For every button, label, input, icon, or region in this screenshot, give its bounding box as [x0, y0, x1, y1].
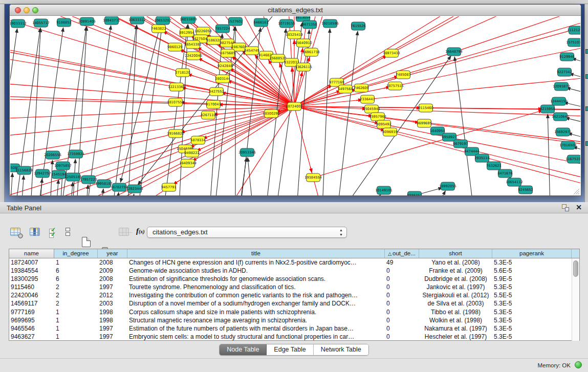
graph-node-selected[interactable]: 5878334	[190, 136, 205, 144]
table-row[interactable]: 946554611997Estimation of the future num…	[9, 324, 579, 333]
graph-node-selected[interactable]: 16973433	[383, 49, 400, 57]
graph-node-selected[interactable]: 8454749	[244, 47, 259, 55]
graph-node-selected[interactable]: 2336441	[360, 95, 375, 103]
graph-node[interactable]: 9245652	[518, 186, 533, 194]
column-header-out_degree[interactable]: △out_de...	[385, 249, 419, 258]
table-row[interactable]: 1830029562008Estimation of significance …	[9, 275, 579, 283]
graph-node-selected[interactable]: 7485083	[396, 71, 410, 79]
column-header-pagerank[interactable]: pagerank	[492, 249, 572, 258]
graph-node[interactable]: 15692971	[554, 128, 572, 136]
graph-node-selected[interactable]: 18325419	[286, 31, 303, 39]
graph-node[interactable]: 11121297	[567, 26, 580, 34]
table-row[interactable]: 1872400712008Changes of HCN gene express…	[9, 258, 579, 267]
graph-node-selected[interactable]: 9242848	[217, 62, 232, 70]
graph-node-selected[interactable]: 15957968	[369, 113, 386, 121]
graph-node-selected[interactable]: 9457791	[161, 183, 176, 191]
row-options-button[interactable]	[66, 228, 70, 237]
graph-node-selected[interactable]: 9860129	[167, 43, 182, 51]
graph-node-selected[interactable]: 8186328	[206, 36, 221, 45]
graph-node-selected[interactable]: 22420046	[185, 52, 202, 60]
graph-node[interactable]: 8471676	[497, 169, 512, 178]
graph-node-selected[interactable]: 15045943	[363, 105, 380, 113]
graph-node-selected[interactable]: 18757515	[386, 82, 404, 90]
tab-network-table[interactable]: Network Table	[314, 344, 368, 355]
show-columns-button[interactable]	[30, 228, 40, 236]
graph-node-selected[interactable]: 12213363	[168, 83, 185, 91]
graph-node-selected[interactable]: 7463822	[151, 25, 166, 33]
graph-node[interactable]: 1527602	[228, 17, 243, 26]
graph-node-selected[interactable]: 18107554	[167, 98, 184, 106]
graph-node[interactable]: 17016504	[559, 141, 577, 149]
graph-node[interactable]: 17957223	[80, 176, 97, 184]
graph-node[interactable]: 10149101	[375, 186, 393, 194]
graph-node-selected[interactable]: 8267110	[201, 111, 215, 119]
graph-node[interactable]: 18943731	[103, 16, 120, 25]
graph-node-selected[interactable]: 8096935	[382, 128, 397, 136]
graph-node[interactable]: 18992055	[439, 182, 456, 190]
column-header-year[interactable]: year	[98, 249, 127, 258]
column-header-in_degree[interactable]: in_degree	[54, 249, 98, 258]
graph-node[interactable]: 10654112	[506, 178, 523, 186]
graph-node[interactable]: 12444159	[550, 97, 568, 105]
graph-node-selected[interactable]: 8095492	[376, 120, 391, 128]
graph-node[interactable]: 9886352	[407, 191, 422, 195]
graph-node[interactable]: 11675331	[565, 155, 580, 163]
graph-node-selected[interactable]: 16543382	[184, 40, 202, 49]
graph-node[interactable]: 8466161	[253, 18, 268, 27]
graph-node-selected[interactable]: 16409349	[179, 159, 197, 167]
graph-node[interactable]: 12923448	[126, 185, 143, 193]
graph-node-selected[interactable]: 9498222	[184, 149, 199, 157]
graph-node-selected[interactable]: 2803144	[215, 75, 230, 83]
graph-node-selected[interactable]: 19166822	[167, 129, 184, 138]
graph-node[interactable]: 6679197	[453, 140, 468, 148]
column-header-title[interactable]: title	[127, 249, 385, 258]
graph-node-selected[interactable]: 1675685	[220, 49, 235, 57]
select-columns-button[interactable]: ✓ ✓	[49, 228, 58, 237]
scrollbar-thumb[interactable]	[573, 260, 578, 277]
graph-node-selected[interactable]: 8427552	[209, 87, 224, 96]
graph-node[interactable]: 11156829	[15, 166, 33, 174]
graph-node[interactable]: 19033312	[10, 19, 27, 28]
graph-node[interactable]: 16033809	[180, 16, 197, 24]
graph-node[interactable]: 20953346	[238, 148, 256, 157]
graph-node[interactable]: 19218596	[321, 19, 339, 28]
graph-node-selected[interactable]: 8912954	[179, 29, 194, 37]
graph-node-selected[interactable]: 18724007	[286, 102, 303, 111]
close-panel-icon[interactable]: ✕	[576, 203, 582, 211]
graph-node-selected[interactable]: 2718120	[175, 69, 190, 77]
graph-node-selected[interactable]: 9115460	[418, 104, 433, 112]
graph-node-selected[interactable]: 18300295	[263, 110, 280, 118]
graph-node[interactable]: 10633312	[128, 16, 146, 24]
table-row[interactable]: 946362711997Embryonic stem cells: a mode…	[9, 333, 579, 341]
graph-node[interactable]: 17359924	[67, 150, 84, 158]
graph-node[interactable]: 9671358	[302, 20, 317, 29]
graph-node[interactable]: 8215958	[540, 105, 555, 113]
table-row[interactable]: 969969511998Structural magnetic resonanc…	[9, 316, 579, 324]
graph-node[interactable]: 20206556	[44, 151, 61, 159]
table-vertical-scrollbar[interactable]	[572, 258, 579, 341]
graph-node[interactable]: 16648794	[445, 48, 463, 56]
graph-node[interactable]: 9227342	[557, 68, 572, 76]
column-header-name[interactable]: name	[9, 249, 54, 258]
tab-edge-table[interactable]: Edge Table	[267, 344, 313, 355]
graph-node-selected[interactable]: 18226058	[194, 27, 212, 35]
graph-node[interactable]: 19958187	[95, 180, 113, 188]
window-titlebar[interactable]: citations_edges.txt	[10, 5, 581, 16]
graph-node[interactable]: 9186852	[56, 18, 71, 27]
graph-node[interactable]: 2935114	[474, 154, 489, 162]
graph-node[interactable]: 7857224	[215, 25, 230, 33]
float-panel-icon[interactable]	[562, 204, 569, 211]
graph-node-selected[interactable]: 6497568	[338, 85, 353, 93]
resize-grip[interactable]	[572, 187, 580, 195]
table-row[interactable]: 1938455462009Genome-wide association stu…	[9, 267, 579, 275]
graph-node[interactable]: 20891406	[78, 17, 96, 26]
tab-node-table[interactable]: Node Table	[220, 344, 267, 355]
table-settings-button[interactable]	[10, 228, 20, 236]
graph-node[interactable]: 12942757	[34, 169, 51, 178]
graph-node[interactable]: 7632621	[486, 162, 501, 170]
table-selector-dropdown[interactable]: citations_edges.txt ▲ ▼	[147, 227, 347, 238]
graph-node[interactable]: 12093872	[553, 82, 570, 91]
graph-node-selected[interactable]: 19384554	[304, 173, 322, 182]
graph-node[interactable]: 16210643	[552, 113, 569, 121]
table-row[interactable]: 1456911722003Disruption of a novel membe…	[9, 299, 579, 308]
